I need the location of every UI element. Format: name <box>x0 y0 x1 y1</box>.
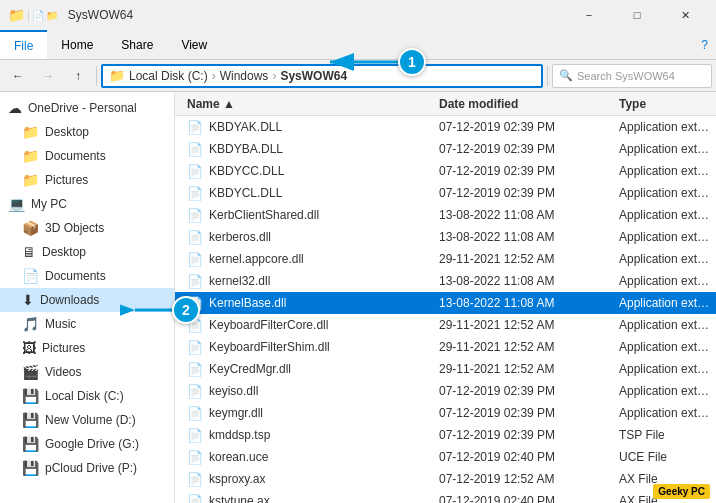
ribbon-tab-home[interactable]: Home <box>47 30 107 59</box>
file-icon: 📄 <box>187 450 203 465</box>
sidebar-item-3dobjects[interactable]: 📦3D Objects <box>0 216 174 240</box>
crumb-sep-1: › <box>212 69 216 83</box>
close-button[interactable]: ✕ <box>662 0 708 30</box>
table-row[interactable]: 📄KerbClientShared.dll13-08-2022 11:08 AM… <box>175 204 716 226</box>
table-row[interactable]: 📄korean.uce07-12-2019 02:40 PMUCE File <box>175 446 716 468</box>
mypc-icon: 💻 <box>8 196 25 212</box>
file-date-cell: 07-12-2019 02:39 PM <box>439 120 619 134</box>
file-icon: 📄 <box>187 296 203 311</box>
file-type-cell: Application exten... <box>619 164 712 178</box>
address-bar[interactable]: 📁 Local Disk (C:) › Windows › SysWOW64 <box>101 64 543 88</box>
col-date-header[interactable]: Date modified <box>439 97 619 111</box>
sidebar-item-music[interactable]: 🎵Music <box>0 312 174 336</box>
file-date-cell: 07-12-2019 02:39 PM <box>439 186 619 200</box>
file-icon: 📄 <box>187 142 203 157</box>
pcloudp-label: pCloud Drive (P:) <box>45 461 137 475</box>
sidebar-item-desktop-cloud[interactable]: 📁Desktop <box>0 120 174 144</box>
googleg-icon: 💾 <box>22 436 39 452</box>
back-button[interactable]: ← <box>4 63 32 89</box>
file-name-text: KerbClientShared.dll <box>209 208 319 222</box>
sidebar-item-onedrive[interactable]: ☁OneDrive - Personal <box>0 96 174 120</box>
crumb-windows[interactable]: Windows <box>220 69 269 83</box>
sidebar-item-localc[interactable]: 💾Local Disk (C:) <box>0 384 174 408</box>
minimize-button[interactable]: − <box>566 0 612 30</box>
table-row[interactable]: 📄kernel32.dll13-08-2022 11:08 AMApplicat… <box>175 270 716 292</box>
watermark: Geeky PC <box>653 484 710 499</box>
sidebar-item-googleg[interactable]: 💾Google Drive (G:) <box>0 432 174 456</box>
sidebar-item-newd[interactable]: 💾New Volume (D:) <box>0 408 174 432</box>
titlebar-controls: − □ ✕ <box>566 0 708 30</box>
ribbon-tab-file[interactable]: File <box>0 30 47 59</box>
table-row[interactable]: 📄kerberos.dll13-08-2022 11:08 AMApplicat… <box>175 226 716 248</box>
table-row[interactable]: 📄keymgr.dll07-12-2019 02:39 PMApplicatio… <box>175 402 716 424</box>
col-name-header[interactable]: Name ▲ <box>179 97 439 111</box>
table-row[interactable]: 📄KBDYCC.DLL07-12-2019 02:39 PMApplicatio… <box>175 160 716 182</box>
table-row[interactable]: 📄KeyboardFilterShim.dll29-11-2021 12:52 … <box>175 336 716 358</box>
table-row[interactable]: 📄KBDYCL.DLL07-12-2019 02:39 PMApplicatio… <box>175 182 716 204</box>
forward-button[interactable]: → <box>34 63 62 89</box>
table-row[interactable]: 📄kernel.appcore.dll29-11-2021 12:52 AMAp… <box>175 248 716 270</box>
sidebar-item-pictures-cloud[interactable]: 📁Pictures <box>0 168 174 192</box>
table-row[interactable]: 📄KeyboardFilterCore.dll29-11-2021 12:52 … <box>175 314 716 336</box>
sidebar-item-mypc[interactable]: 💻My PC <box>0 192 174 216</box>
help-button[interactable]: ? <box>701 38 716 52</box>
file-name-text: KeyboardFilterCore.dll <box>209 318 328 332</box>
file-icon: 📄 <box>187 208 203 223</box>
sidebar-item-documents-cloud[interactable]: 📁Documents <box>0 144 174 168</box>
maximize-button[interactable]: □ <box>614 0 660 30</box>
toolbar-separator-2 <box>547 66 548 86</box>
table-row[interactable]: 📄kmddsp.tsp07-12-2019 02:39 PMTSP File <box>175 424 716 446</box>
titlebar-icon: 📁 | 📄 📁 <box>8 7 58 23</box>
sidebar-item-downloads[interactable]: ⬇Downloads <box>0 288 174 312</box>
ribbon-tab-view[interactable]: View <box>167 30 221 59</box>
videos-icon: 🎬 <box>22 364 39 380</box>
search-box[interactable]: 🔍 Search SysWOW64 <box>552 64 712 88</box>
search-icon: 🔍 <box>559 69 573 82</box>
file-icon: 📄 <box>187 318 203 333</box>
file-date-cell: 29-11-2021 12:52 AM <box>439 318 619 332</box>
table-row[interactable]: 📄KernelBase.dll13-08-2022 11:08 AMApplic… <box>175 292 716 314</box>
file-type-cell: Application exten... <box>619 208 712 222</box>
sidebar: ☁OneDrive - Personal📁Desktop📁Documents📁P… <box>0 92 175 503</box>
file-name-cell: 📄kstvtune.ax <box>179 494 439 504</box>
file-icon: 📄 <box>187 494 203 504</box>
table-row[interactable]: 📄keyiso.dll07-12-2019 02:39 PMApplicatio… <box>175 380 716 402</box>
file-date-cell: 13-08-2022 11:08 AM <box>439 274 619 288</box>
crumb-local-disk[interactable]: Local Disk (C:) <box>129 69 208 83</box>
table-row[interactable]: 📄KBDYAK.DLL07-12-2019 02:39 PMApplicatio… <box>175 116 716 138</box>
file-name-cell: 📄KeyboardFilterCore.dll <box>179 318 439 333</box>
file-date-cell: 29-11-2021 12:52 AM <box>439 340 619 354</box>
sidebar-item-videos[interactable]: 🎬Videos <box>0 360 174 384</box>
file-icon: 📄 <box>187 120 203 135</box>
sidebar-item-pcloudp[interactable]: 💾pCloud Drive (P:) <box>0 456 174 480</box>
sidebar-item-documents[interactable]: 📄Documents <box>0 264 174 288</box>
file-name-text: kerberos.dll <box>209 230 271 244</box>
file-name-cell: 📄KBDYCC.DLL <box>179 164 439 179</box>
pictures-icon: 🖼 <box>22 340 36 356</box>
3dobjects-label: 3D Objects <box>45 221 104 235</box>
localc-label: Local Disk (C:) <box>45 389 124 403</box>
file-icon: 📄 <box>187 428 203 443</box>
up-button[interactable]: ↑ <box>64 63 92 89</box>
table-row[interactable]: 📄ksproxy.ax07-12-2019 12:52 AMAX File <box>175 468 716 490</box>
table-row[interactable]: 📄KeyCredMgr.dll29-11-2021 12:52 AMApplic… <box>175 358 716 380</box>
file-name-text: keyiso.dll <box>209 384 258 398</box>
table-row[interactable]: 📄KBDYBA.DLL07-12-2019 02:39 PMApplicatio… <box>175 138 716 160</box>
sidebar-item-desktop[interactable]: 🖥Desktop <box>0 240 174 264</box>
file-date-cell: 13-08-2022 11:08 AM <box>439 230 619 244</box>
file-type-cell: Application exten... <box>619 274 712 288</box>
table-row[interactable]: 📄kstvtune.ax07-12-2019 02:40 PMAX File <box>175 490 716 503</box>
file-name-text: keymgr.dll <box>209 406 263 420</box>
onedrive-label: OneDrive - Personal <box>28 101 137 115</box>
titlebar-title: SysWOW64 <box>68 8 133 22</box>
address-folder-icon: 📁 <box>109 68 125 83</box>
col-type-header[interactable]: Type <box>619 97 712 111</box>
ribbon-tab-share[interactable]: Share <box>107 30 167 59</box>
documents-cloud-icon: 📁 <box>22 148 39 164</box>
file-type-cell: Application exten... <box>619 406 712 420</box>
file-name-cell: 📄KeyCredMgr.dll <box>179 362 439 377</box>
sidebar-item-pictures[interactable]: 🖼Pictures <box>0 336 174 360</box>
file-icon: 📄 <box>187 362 203 377</box>
file-date-cell: 07-12-2019 02:39 PM <box>439 406 619 420</box>
crumb-syswow64[interactable]: SysWOW64 <box>280 69 347 83</box>
